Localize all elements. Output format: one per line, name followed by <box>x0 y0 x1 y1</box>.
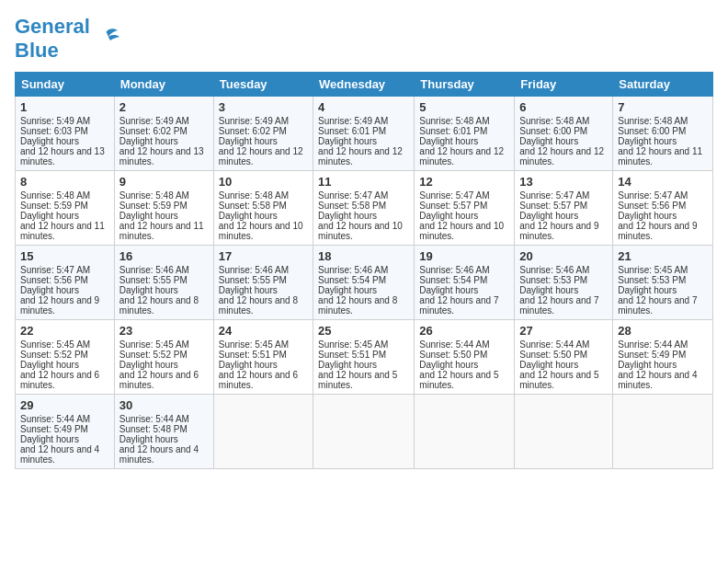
column-header-thursday: Thursday <box>415 73 515 97</box>
day-number: 24 <box>219 324 308 338</box>
calendar-day: 9Sunrise: 5:48 AMSunset: 5:59 PMDaylight… <box>114 171 213 246</box>
column-header-wednesday: Wednesday <box>313 73 415 97</box>
calendar-day: 24Sunrise: 5:45 AMSunset: 5:51 PMDayligh… <box>213 320 313 395</box>
calendar-day: 13Sunrise: 5:47 AMSunset: 5:57 PMDayligh… <box>515 171 613 246</box>
day-number: 6 <box>519 100 608 114</box>
calendar-day: 17Sunrise: 5:46 AMSunset: 5:55 PMDayligh… <box>213 246 313 320</box>
day-number: 20 <box>519 249 608 263</box>
calendar-week-row: 1Sunrise: 5:49 AMSunset: 6:03 PMDaylight… <box>16 97 713 171</box>
page-header: General Blue <box>15 15 713 63</box>
day-number: 14 <box>618 175 708 189</box>
calendar-day: 22Sunrise: 5:45 AMSunset: 5:52 PMDayligh… <box>16 320 115 395</box>
calendar-day: 8Sunrise: 5:48 AMSunset: 5:59 PMDaylight… <box>16 171 115 246</box>
day-number: 15 <box>20 249 109 263</box>
day-number: 21 <box>618 249 708 263</box>
calendar-week-row: 29Sunrise: 5:44 AMSunset: 5:49 PMDayligh… <box>16 395 713 469</box>
day-number: 26 <box>419 324 509 338</box>
calendar-day: 21Sunrise: 5:45 AMSunset: 5:53 PMDayligh… <box>613 246 713 320</box>
day-number: 18 <box>318 249 409 263</box>
calendar-day: 30Sunrise: 5:44 AMSunset: 5:48 PMDayligh… <box>114 395 213 469</box>
calendar-day <box>515 395 613 469</box>
day-number: 29 <box>20 398 109 412</box>
calendar-day: 27Sunrise: 5:44 AMSunset: 5:50 PMDayligh… <box>515 320 613 395</box>
day-number: 13 <box>519 175 608 189</box>
day-number: 4 <box>318 100 409 114</box>
day-number: 2 <box>119 100 209 114</box>
day-number: 22 <box>20 324 109 338</box>
calendar-day: 18Sunrise: 5:46 AMSunset: 5:54 PMDayligh… <box>313 246 415 320</box>
day-number: 10 <box>219 175 308 189</box>
calendar-day: 5Sunrise: 5:48 AMSunset: 6:01 PMDaylight… <box>415 97 515 171</box>
calendar-day: 29Sunrise: 5:44 AMSunset: 5:49 PMDayligh… <box>16 395 115 469</box>
calendar-day: 15Sunrise: 5:47 AMSunset: 5:56 PMDayligh… <box>16 246 115 320</box>
day-number: 23 <box>119 324 209 338</box>
calendar-day: 16Sunrise: 5:46 AMSunset: 5:55 PMDayligh… <box>114 246 213 320</box>
calendar-day <box>415 395 515 469</box>
calendar-day: 2Sunrise: 5:49 AMSunset: 6:02 PMDaylight… <box>114 97 213 171</box>
column-header-saturday: Saturday <box>613 73 713 97</box>
logo: General Blue <box>15 15 119 63</box>
day-number: 27 <box>519 324 608 338</box>
day-number: 5 <box>419 100 509 114</box>
day-number: 30 <box>119 398 209 412</box>
calendar-day: 3Sunrise: 5:49 AMSunset: 6:02 PMDaylight… <box>213 97 313 171</box>
calendar-day <box>213 395 313 469</box>
calendar-day <box>313 395 415 469</box>
day-number: 12 <box>419 175 509 189</box>
calendar-day: 1Sunrise: 5:49 AMSunset: 6:03 PMDaylight… <box>16 97 115 171</box>
calendar-week-row: 8Sunrise: 5:48 AMSunset: 5:59 PMDaylight… <box>16 171 713 246</box>
calendar-day: 7Sunrise: 5:48 AMSunset: 6:00 PMDaylight… <box>613 97 713 171</box>
logo-text: General Blue <box>15 15 90 63</box>
calendar-day: 10Sunrise: 5:48 AMSunset: 5:58 PMDayligh… <box>213 171 313 246</box>
calendar-day: 23Sunrise: 5:45 AMSunset: 5:52 PMDayligh… <box>114 320 213 395</box>
day-number: 7 <box>618 100 708 114</box>
day-number: 11 <box>318 175 409 189</box>
calendar-day: 28Sunrise: 5:44 AMSunset: 5:49 PMDayligh… <box>613 320 713 395</box>
calendar-day: 26Sunrise: 5:44 AMSunset: 5:50 PMDayligh… <box>415 320 515 395</box>
calendar-day: 14Sunrise: 5:47 AMSunset: 5:56 PMDayligh… <box>613 171 713 246</box>
calendar-header-row: SundayMondayTuesdayWednesdayThursdayFrid… <box>16 73 713 97</box>
day-number: 16 <box>119 249 209 263</box>
calendar-day <box>613 395 713 469</box>
calendar-day: 19Sunrise: 5:46 AMSunset: 5:54 PMDayligh… <box>415 246 515 320</box>
day-number: 8 <box>20 175 109 189</box>
calendar-day: 20Sunrise: 5:46 AMSunset: 5:53 PMDayligh… <box>515 246 613 320</box>
calendar-day: 12Sunrise: 5:47 AMSunset: 5:57 PMDayligh… <box>415 171 515 246</box>
day-number: 19 <box>419 249 509 263</box>
day-number: 1 <box>20 100 109 114</box>
calendar-day: 6Sunrise: 5:48 AMSunset: 6:00 PMDaylight… <box>515 97 613 171</box>
day-number: 3 <box>219 100 308 114</box>
day-number: 17 <box>219 249 308 263</box>
column-header-friday: Friday <box>515 73 613 97</box>
calendar-week-row: 22Sunrise: 5:45 AMSunset: 5:52 PMDayligh… <box>16 320 713 395</box>
calendar-day: 11Sunrise: 5:47 AMSunset: 5:58 PMDayligh… <box>313 171 415 246</box>
column-header-sunday: Sunday <box>16 73 115 97</box>
calendar-day: 4Sunrise: 5:49 AMSunset: 6:01 PMDaylight… <box>313 97 415 171</box>
calendar-table: SundayMondayTuesdayWednesdayThursdayFrid… <box>15 72 713 469</box>
day-number: 9 <box>119 175 209 189</box>
column-header-tuesday: Tuesday <box>213 73 313 97</box>
column-header-monday: Monday <box>114 73 213 97</box>
day-number: 28 <box>618 324 708 338</box>
logo-bird-icon <box>94 28 119 50</box>
calendar-week-row: 15Sunrise: 5:47 AMSunset: 5:56 PMDayligh… <box>16 246 713 320</box>
day-number: 25 <box>318 324 409 338</box>
calendar-day: 25Sunrise: 5:45 AMSunset: 5:51 PMDayligh… <box>313 320 415 395</box>
